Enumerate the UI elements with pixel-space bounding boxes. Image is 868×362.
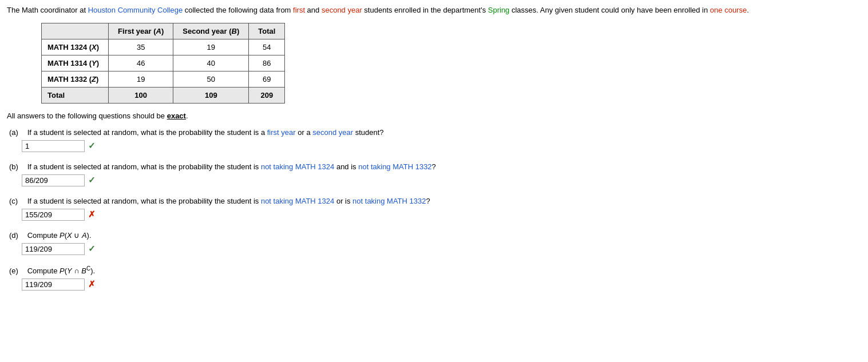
answer-e-input[interactable] [22,279,85,291]
question-c-text: (c) If a student is selected at random, … [7,197,861,205]
table-row-math1314: MATH 1314 (Y) 46 40 86 [42,55,285,71]
answer-d-input[interactable] [22,243,85,255]
cell-1314-second: 40 [173,55,249,71]
question-b-end: ? [432,162,436,171]
intro-text-6: . [747,6,749,14]
question-b-not1324: not taking MATH 1324 [261,162,334,171]
answer-a-check-icon: ✓ [88,141,96,151]
question-b-intro: If a student is selected at random, what… [27,162,261,171]
question-c-end: ? [426,197,430,205]
question-b-text: (b) If a student is selected at random, … [7,162,861,171]
intro-spring: Spring [488,6,510,14]
instructions: All answers to the following questions s… [7,112,861,120]
question-a-first: first year [267,128,296,137]
question-c-not1332: not taking MATH 1332 [352,197,426,205]
question-a-block: (a) If a student is selected at random, … [7,128,861,152]
label-math1332: MATH 1332 (Z) [42,71,109,87]
question-d-intro: Compute P(X ∪ A). [27,231,92,240]
data-table: First year (A) Second year (B) Total MAT… [41,23,285,104]
question-c-intro: If a student is selected at random, what… [27,197,261,205]
question-c-answer-row: ✗ [7,209,861,221]
question-b-label: (b) [9,162,25,171]
cell-1324-first: 35 [109,39,173,55]
answer-c-cross-icon: ✗ [88,209,96,220]
cell-1332-first: 19 [109,71,173,87]
intro-text-5: classes. Any given student could only ha… [509,6,710,14]
table-row-math1324: MATH 1324 (X) 35 19 54 [42,39,285,55]
question-a-or: or a [296,128,313,137]
question-e-answer-row: ✗ [7,279,861,291]
question-c-not1324: not taking MATH 1324 [261,197,334,205]
answer-c-input[interactable] [22,209,85,221]
intro-second: second year [322,6,362,14]
answer-a-input[interactable] [22,140,85,152]
question-b-block: (b) If a student is selected at random, … [7,162,861,186]
label-math1324: MATH 1324 (X) [42,39,109,55]
answer-b-input[interactable] [22,174,85,186]
intro-text-3: and [305,6,322,14]
answer-e-cross-icon: ✗ [88,279,96,289]
header-total: Total [249,23,285,39]
cell-1324-total: 54 [249,39,285,55]
question-e-text: (e) Compute P(Y ∩ BC). [7,265,861,275]
cell-1332-total: 69 [249,71,285,87]
question-a-intro: If a student is selected at random, what… [27,128,267,137]
cell-1324-second: 19 [173,39,249,55]
intro-text-4: students enrolled in the department's [362,6,488,14]
table-row-total: Total 100 109 209 [42,87,285,103]
question-e-block: (e) Compute P(Y ∩ BC). ✗ [7,265,861,291]
header-second-year: Second year (B) [173,23,249,39]
intro-one: one course [710,6,747,14]
question-c-or: or is [334,197,352,205]
question-b-and: and is [334,162,358,171]
question-b-not1332: not taking MATH 1332 [358,162,431,171]
question-d-answer-row: ✓ [7,243,861,255]
question-c-block: (c) If a student is selected at random, … [7,197,861,221]
cell-1332-second: 50 [173,71,249,87]
cell-total-total: 209 [249,87,285,103]
question-a-answer-row: ✓ [7,140,861,152]
question-d-label: (d) [9,231,25,240]
instructions-exact: exact [167,112,186,120]
question-d-block: (d) Compute P(X ∪ A). ✓ [7,231,861,255]
question-a-second: second year [312,128,353,137]
answer-b-check-icon: ✓ [88,175,96,185]
answer-d-check-icon: ✓ [88,244,96,254]
intro-paragraph: The Math coordinator at Houston Communit… [7,5,861,16]
intro-text-1: The Math coordinator at [7,6,88,14]
question-e-label: (e) [9,266,25,275]
table-row-math1332: MATH 1332 (Z) 19 50 69 [42,71,285,87]
question-d-text: (d) Compute P(X ∪ A). [7,231,861,240]
intro-houston: Houston Community College [88,6,183,14]
label-total: Total [42,87,109,103]
cell-total-second: 109 [173,87,249,103]
cell-1314-total: 86 [249,55,285,71]
header-first-year: First year (A) [109,23,173,39]
question-e-intro: Compute P(Y ∩ BC). [27,266,96,275]
cell-1314-first: 46 [109,55,173,71]
label-math1314: MATH 1314 (Y) [42,55,109,71]
intro-text-2: collected the following data from [183,6,293,14]
question-a-text: (a) If a student is selected at random, … [7,128,861,137]
intro-first: first [293,6,305,14]
question-a-end: student? [353,128,384,137]
question-b-answer-row: ✓ [7,174,861,186]
question-a-label: (a) [9,128,25,137]
header-empty [42,23,109,39]
cell-total-first: 100 [109,87,173,103]
question-c-label: (c) [9,197,25,205]
